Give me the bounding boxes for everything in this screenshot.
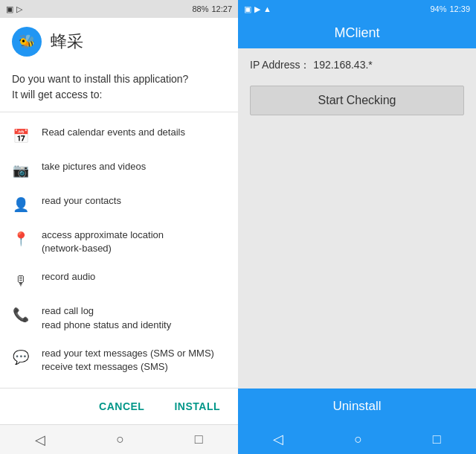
battery-left: 88% [192, 4, 208, 13]
nav-bar-right: ◁ ○ □ [238, 424, 476, 454]
action-bar: CANCEL INSTALL [0, 388, 238, 424]
notification-icon-right: ▣ [244, 4, 251, 14]
perm-text-sms: read your text messages (SMS or MMS)rece… [42, 347, 214, 374]
perm-text-contacts: read your contacts [42, 194, 121, 208]
right-panel: ▣ ▶ ▲ 94% 12:39 MClient IP Address： 192.… [238, 0, 476, 454]
status-bar-right: ▣ ▶ ▲ 94% 12:39 [238, 0, 476, 18]
time-left: 12:27 [211, 4, 232, 13]
app-header: 🐝 蜂采 [0, 18, 238, 65]
nav-bar-left: ◁ ○ □ [0, 424, 238, 454]
sms-icon: 💬 [12, 348, 30, 366]
mclient-header: MClient [238, 18, 476, 48]
home-button-left[interactable]: ○ [116, 432, 124, 447]
status-icons-right: ▣ ▶ ▲ [244, 4, 271, 14]
app-icon: 🐝 [12, 27, 42, 57]
back-button-left[interactable]: ◁ [35, 432, 45, 448]
perm-text-camera: take pictures and videos [42, 160, 146, 173]
install-question-text: Do you want to install this application?… [12, 73, 188, 100]
status-bar-left: ▣ ▷ 88% 12:27 [0, 0, 238, 18]
app-name: 蜂采 [51, 31, 83, 53]
left-panel: ▣ ▷ 88% 12:27 🐝 蜂采 Do you want to instal… [0, 0, 238, 454]
list-item: 💬 read your text messages (SMS or MMS)re… [0, 339, 238, 381]
camera-icon: 📷 [12, 162, 30, 179]
ip-value: 192.168.43.* [313, 59, 372, 71]
ip-label: IP Address： [250, 59, 310, 71]
location-icon: 📍 [12, 230, 30, 248]
status-right-right: 94% 12:39 [430, 4, 470, 13]
time-right: 12:39 [449, 4, 470, 13]
signal-icon-right: ▶ [254, 4, 260, 14]
mclient-title: MClient [334, 25, 379, 40]
home-button-right[interactable]: ○ [354, 432, 362, 447]
cancel-button[interactable]: CANCEL [93, 397, 150, 415]
perm-text-audio: record audio [42, 270, 95, 284]
back-button-right[interactable]: ◁ [273, 431, 283, 447]
install-button[interactable]: INSTALL [168, 397, 226, 415]
signal-icon: ▷ [16, 4, 22, 14]
list-item: 📁 modify or delete the contents ofyour S… [0, 381, 238, 388]
contacts-icon: 👤 [12, 196, 30, 214]
right-content-area [238, 115, 476, 389]
perm-text-call: read call logread phone status and ident… [42, 304, 171, 331]
calendar-icon: 📅 [12, 127, 30, 145]
perm-text-location: access approximate location(network-base… [42, 228, 164, 255]
wifi-icon-right: ▲ [263, 4, 271, 13]
list-item: 🎙 record audio [0, 263, 238, 297]
recents-button-left[interactable]: □ [195, 432, 203, 447]
perm-text-calendar: Read calendar events and details [42, 126, 185, 139]
list-item: 📷 take pictures and videos [0, 153, 238, 187]
list-item: 📍 access approximate location(network-ba… [0, 221, 238, 263]
list-item: 📅 Read calendar events and details [0, 118, 238, 153]
uninstall-button[interactable]: Uninstall [238, 389, 476, 424]
status-icons-left: ▣ ▷ [6, 4, 22, 14]
list-item: 👤 read your contacts [0, 187, 238, 221]
notification-icon: ▣ [6, 4, 13, 14]
microphone-icon: 🎙 [12, 272, 30, 290]
app-icon-symbol: 🐝 [19, 33, 35, 50]
start-checking-button[interactable]: Start Checking [250, 86, 464, 115]
battery-right: 94% [430, 4, 446, 13]
permissions-list: 📅 Read calendar events and details 📷 tak… [0, 112, 238, 388]
status-right-left: 88% 12:27 [192, 4, 232, 13]
list-item: 📞 read call logread phone status and ide… [0, 297, 238, 339]
recents-button-right[interactable]: □ [433, 432, 441, 447]
install-question: Do you want to install this application?… [0, 65, 238, 112]
ip-row: IP Address： 192.168.43.* [238, 48, 476, 83]
phone-icon: 📞 [12, 306, 30, 324]
